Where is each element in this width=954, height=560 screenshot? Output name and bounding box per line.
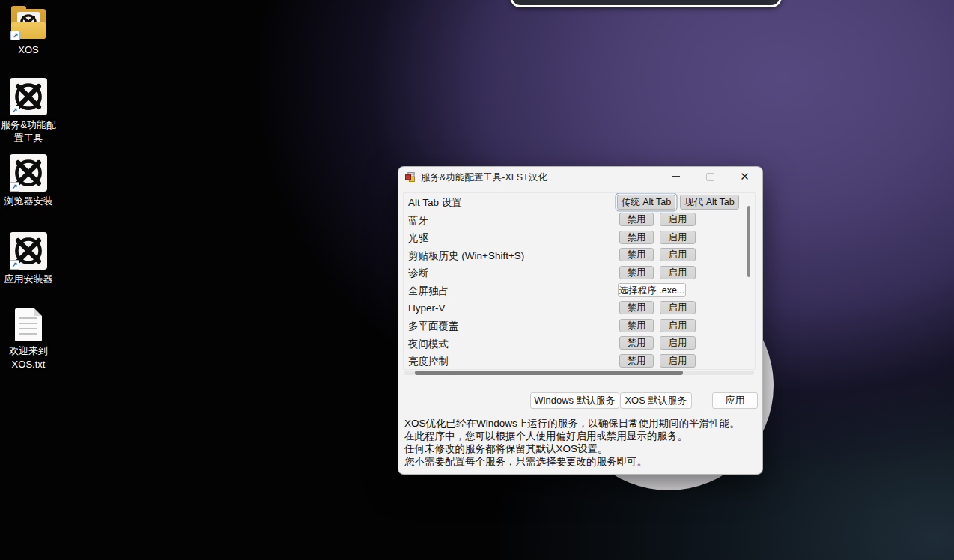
horizontal-scrollbar-thumb[interactable] — [415, 371, 683, 375]
service-label: Hyper-V — [408, 302, 446, 314]
x-wheel-icon: ↗ — [10, 78, 47, 115]
apply-button[interactable]: 应用 — [712, 392, 758, 409]
app-window-icon — [405, 172, 415, 182]
shortcut-arrow-icon: ↗ — [10, 31, 20, 40]
select-exe-button[interactable]: 选择程序 .exe... — [618, 283, 686, 297]
x-wheel-icon: ↗ — [10, 154, 47, 192]
modern-alt-tab-button[interactable]: 现代 Alt Tab — [680, 195, 739, 210]
disable-button[interactable]: 禁用 — [619, 248, 654, 261]
xos-default-services-button[interactable]: XOS 默认服务 — [620, 392, 692, 409]
desktop-icon-label: 应用安装器 — [0, 273, 61, 286]
disable-button[interactable]: 禁用 — [619, 266, 654, 279]
offscreen-window-fragment — [510, 0, 782, 7]
row-fullscreen-exclusive: 全屏独占 选择程序 .exe... — [404, 281, 755, 299]
service-label: 蓝牙 — [408, 214, 428, 228]
row-multiplane-overlay: 多平面覆盖 禁用 启用 — [404, 317, 755, 335]
enable-button[interactable]: 启用 — [660, 354, 696, 368]
desktop-icon-label: 浏览器安装 — [0, 195, 61, 208]
desktop-icon-label: 服务&功能配 置工具 — [0, 118, 61, 145]
shortcut-arrow-icon: ↗ — [10, 260, 19, 270]
description-line: 任何未修改的服务都将保留其默认XOS设置。 — [404, 442, 756, 455]
services-list: Alt Tab 设置 传统 Alt Tab 现代 Alt Tab 蓝牙 禁用 启… — [403, 192, 756, 370]
desktop-icon-xos-folder[interactable]: ↗ XOS — [0, 9, 61, 57]
close-button[interactable]: ✕ — [733, 167, 756, 186]
enable-button[interactable]: 启用 — [660, 266, 696, 279]
shortcut-arrow-icon: ↗ — [10, 106, 19, 115]
row-alt-tab: Alt Tab 设置 传统 Alt Tab 现代 Alt Tab — [404, 193, 755, 211]
service-label: Alt Tab 设置 — [408, 196, 462, 210]
row-diagnostics: 诊断 禁用 启用 — [404, 264, 755, 281]
disable-button[interactable]: 禁用 — [619, 354, 654, 368]
service-label: 全屏独占 — [408, 284, 449, 298]
disable-button[interactable]: 禁用 — [619, 213, 654, 226]
service-label: 剪贴板历史 (Win+Shift+S) — [408, 249, 524, 263]
desktop-icon-label: 欢迎来到 XOS.txt — [0, 344, 61, 371]
desktop-root: { "desktop": { "icons": [ { "name": "xos… — [0, 0, 954, 560]
service-label: 光驱 — [408, 231, 428, 245]
row-night-mode: 夜间模式 禁用 启用 — [404, 335, 755, 353]
enable-button[interactable]: 启用 — [660, 319, 696, 332]
enable-button[interactable]: 启用 — [660, 336, 696, 350]
text-file-icon — [15, 308, 42, 341]
enable-button[interactable]: 启用 — [660, 248, 696, 261]
service-label: 亮度控制 — [408, 355, 449, 368]
classic-alt-tab-button[interactable]: 传统 Alt Tab — [617, 195, 675, 210]
description-line: XOS优化已经在Windows上运行的服务，以确保日常使用期间的平滑性能。 — [404, 417, 756, 430]
desktop-icon-browser-installer[interactable]: ↗ 浏览器安装 — [0, 154, 61, 208]
row-clipboard-history: 剪贴板历史 (Win+Shift+S) 禁用 启用 — [404, 246, 755, 264]
enable-button[interactable]: 启用 — [660, 301, 696, 314]
windows-default-services-button[interactable]: Windows 默认服务 — [530, 392, 619, 409]
shortcut-arrow-icon: ↗ — [10, 182, 19, 192]
folder-icon: ↗ — [10, 9, 46, 40]
service-label: 多平面覆盖 — [408, 320, 459, 333]
desktop-icon-service-config-tool[interactable]: ↗ 服务&功能配 置工具 — [0, 78, 61, 145]
horizontal-scrollbar-track[interactable] — [404, 371, 754, 375]
description-line: 您不需要配置每个服务，只需选择要更改的服务即可。 — [404, 455, 756, 468]
titlebar[interactable]: 服务&功能配置工具-XLST汉化 ✕ — [398, 167, 762, 186]
disable-button[interactable]: 禁用 — [619, 319, 654, 332]
window-title: 服务&功能配置工具-XLST汉化 — [421, 171, 547, 184]
disable-button[interactable]: 禁用 — [619, 231, 654, 244]
enable-button[interactable]: 启用 — [660, 213, 696, 226]
maximize-button[interactable] — [699, 167, 722, 186]
service-label: 诊断 — [408, 267, 428, 280]
row-optical-drive: 光驱 禁用 启用 — [404, 228, 755, 246]
x-wheel-icon: ↗ — [10, 232, 47, 270]
enable-button[interactable]: 启用 — [660, 231, 696, 244]
description-text: XOS优化已经在Windows上运行的服务，以确保日常使用期间的平滑性能。 在此… — [404, 417, 756, 468]
row-brightness-control: 亮度控制 禁用 启用 — [404, 352, 755, 370]
row-hyper-v: Hyper-V 禁用 启用 — [404, 299, 755, 317]
service-config-dialog: 服务&功能配置工具-XLST汉化 ✕ Alt Tab 设置 传统 Alt Tab… — [398, 166, 763, 475]
service-label: 夜间模式 — [408, 338, 449, 351]
disable-button[interactable]: 禁用 — [619, 301, 654, 314]
row-bluetooth: 蓝牙 禁用 启用 — [404, 211, 755, 229]
description-line: 在此程序中，您可以根据个人使用偏好启用或禁用显示的服务。 — [404, 430, 756, 442]
vertical-scrollbar[interactable] — [747, 206, 750, 277]
minimize-button[interactable] — [664, 167, 687, 186]
disable-button[interactable]: 禁用 — [619, 336, 654, 350]
desktop-icon-app-installer[interactable]: ↗ 应用安装器 — [0, 232, 61, 286]
desktop-icon-label: XOS — [0, 43, 61, 57]
desktop-icon-welcome-txt[interactable]: 欢迎来到 XOS.txt — [0, 308, 61, 371]
